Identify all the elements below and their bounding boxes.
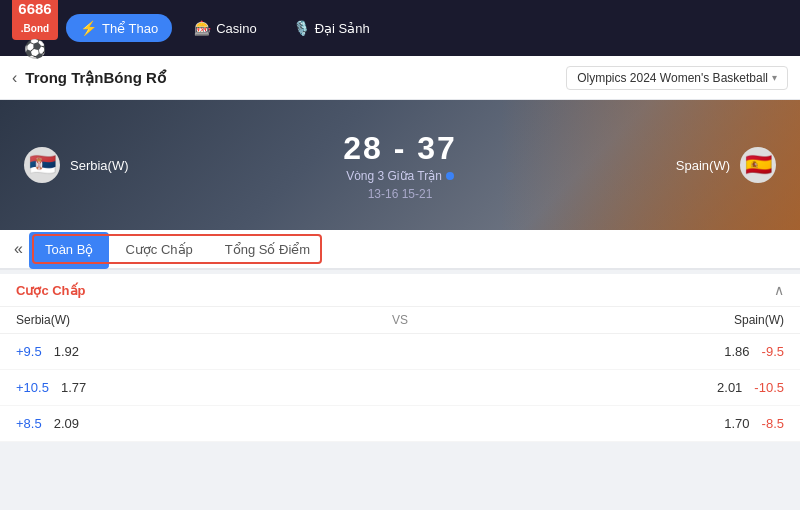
bet-row-left: +10.5 1.77 [16,380,360,395]
team-right-name: Spain(W) [676,158,730,173]
match-banner: 🇷🇸 Serbia(W) 28 - 37 Vòng 3 Giữa Trận 13… [0,100,800,230]
nav-the-thao-button[interactable]: ⚡ Thể Thao [66,14,172,42]
table-row: +8.5 2.09 1.70 -8.5 [0,406,800,442]
odds-left-1[interactable]: +10.5 [16,380,49,395]
score-center: 28 - 37 Vòng 3 Giữa Trận 13-16 15-21 [164,130,636,201]
odds-right-0[interactable]: -9.5 [762,344,784,359]
bet-row-right: 2.01 -10.5 [440,380,784,395]
live-dot-icon [446,172,454,180]
nav-dai-sanh-button[interactable]: 🎙️ Đại Sảnh [279,14,384,42]
team-right-flag: 🇪🇸 [740,147,776,183]
table-row: +10.5 1.77 2.01 -10.5 [0,370,800,406]
bet-table-header: Serbia(W) VS Spain(W) [0,307,800,334]
team-left-name: Serbia(W) [70,158,129,173]
back-button[interactable]: ‹ [12,69,17,87]
decimal-left-1: 1.77 [61,380,86,395]
bet-row-right: 1.86 -9.5 [440,344,784,359]
lightning-icon: ⚡ [80,20,97,36]
bet-row-right: 1.70 -8.5 [440,416,784,431]
score-round: Vòng 3 Giữa Trận [164,169,636,183]
col-header-mid: VS [360,313,440,327]
team-left-flag: 🇷🇸 [24,147,60,183]
col-header-right: Spain(W) [440,313,784,327]
collapse-button[interactable]: « [8,230,29,268]
decimal-right-2: 1.70 [724,416,749,431]
bet-row-left: +8.5 2.09 [16,416,360,431]
team-right: Spain(W) 🇪🇸 [636,147,776,183]
tournament-dropdown[interactable]: Olympics 2024 Women's Basketball ▾ [566,66,788,90]
tab-toan-bo[interactable]: Toàn Bộ [29,232,109,269]
casino-icon: 🎰 [194,20,211,36]
mic-icon: 🎙️ [293,20,310,36]
bet-section: Cược Chấp ∧ Serbia(W) VS Spain(W) +9.5 1… [0,274,800,442]
col-header-left: Serbia(W) [16,313,360,327]
nav-casino-button[interactable]: 🎰 Casino [180,14,270,42]
decimal-left-2: 2.09 [54,416,79,431]
page-title: Trong TrậnBóng Rổ [25,69,558,87]
header: 6686 .Bond ⚽ ⚡ Thể Thao 🎰 Casino 🎙️ Đại … [0,0,800,56]
chevron-down-icon: ▾ [772,72,777,83]
tab-cuoc-chap[interactable]: Cược Chấp [109,232,208,269]
expand-icon: ∧ [774,282,784,298]
logo-ball-icon: ⚽ [24,38,46,60]
odds-right-1[interactable]: -10.5 [754,380,784,395]
bet-row-left: +9.5 1.92 [16,344,360,359]
odds-right-2[interactable]: -8.5 [762,416,784,431]
odds-left-2[interactable]: +8.5 [16,416,42,431]
decimal-right-0: 1.86 [724,344,749,359]
logo: 6686 .Bond ⚽ [12,0,58,60]
decimal-left-0: 1.92 [54,344,79,359]
table-row: +9.5 1.92 1.86 -9.5 [0,334,800,370]
tab-tong-so-diem[interactable]: Tổng Số Điểm [209,232,326,269]
team-left: 🇷🇸 Serbia(W) [24,147,164,183]
odds-left-0[interactable]: +9.5 [16,344,42,359]
bet-section-title: Cược Chấp [16,283,774,298]
score-main: 28 - 37 [164,130,636,167]
bet-section-header[interactable]: Cược Chấp ∧ [0,274,800,307]
bet-table: Serbia(W) VS Spain(W) +9.5 1.92 1.86 -9.… [0,307,800,442]
score-detail: 13-16 15-21 [164,187,636,201]
decimal-right-1: 2.01 [717,380,742,395]
sub-nav: ‹ Trong TrậnBóng Rổ Olympics 2024 Women'… [0,56,800,100]
tab-bar: « Toàn Bộ Cược Chấp Tổng Số Điểm [0,230,800,270]
